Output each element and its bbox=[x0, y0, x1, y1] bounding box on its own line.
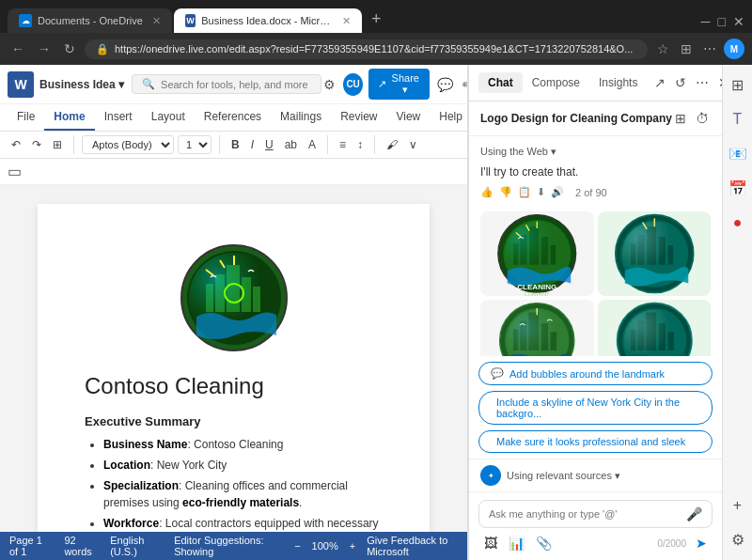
tab-home[interactable]: Home bbox=[44, 104, 94, 131]
tab-mailings[interactable]: Mailings bbox=[271, 104, 331, 131]
logo-cell-1: CLEANING COMPANY bbox=[480, 211, 594, 296]
svg-text:✦: ✦ bbox=[488, 472, 494, 480]
chat-sources-bar[interactable]: ✦ Using relevant sources ▾ bbox=[469, 459, 722, 491]
doc-title: Contoso Cleaning bbox=[85, 373, 383, 399]
share-chat-button[interactable]: ↗ bbox=[652, 73, 667, 92]
copilot-tab-chat[interactable]: Chat bbox=[478, 72, 523, 93]
toolbar-separator-1 bbox=[73, 135, 74, 154]
svg-point-16 bbox=[505, 222, 569, 286]
sidebar-settings-button[interactable]: ⚙ bbox=[728, 527, 748, 552]
undo-button[interactable]: ↶ bbox=[8, 136, 24, 153]
collections-button[interactable]: ⊞ bbox=[677, 39, 696, 59]
svg-text:CLEANING: CLEANING bbox=[517, 283, 556, 291]
font-color-button[interactable]: A bbox=[305, 136, 320, 153]
minimize-button[interactable]: ─ bbox=[701, 14, 711, 29]
font-size-selector[interactable]: 12 bbox=[178, 135, 212, 154]
new-tab-button[interactable]: + bbox=[364, 6, 389, 33]
exec-summary-bullets: Business Name: Contoso Cleaning Location… bbox=[103, 436, 383, 532]
format-painter-button[interactable]: 🖌 bbox=[383, 136, 401, 153]
history-button[interactable]: ⏱ bbox=[694, 109, 711, 128]
zoom-out[interactable]: − bbox=[294, 540, 300, 552]
language: English (U.S.) bbox=[110, 535, 163, 557]
copilot-small-icon: ✦ bbox=[480, 465, 501, 486]
attach-button[interactable]: 📎 bbox=[534, 534, 554, 552]
share-button[interactable]: ↗ Share ▾ bbox=[368, 69, 430, 100]
forward-button[interactable]: → bbox=[34, 39, 55, 58]
document-view-button[interactable]: ▭ bbox=[8, 163, 22, 180]
sidebar-teams-button[interactable]: T bbox=[729, 107, 746, 132]
redo-button[interactable]: ↷ bbox=[28, 136, 45, 153]
align-button[interactable]: ≡ bbox=[336, 136, 350, 153]
refresh-chat-button[interactable]: ↺ bbox=[673, 73, 688, 92]
image-attach-button[interactable]: 🖼 bbox=[482, 534, 499, 552]
pen-button[interactable]: ✏ bbox=[461, 75, 468, 94]
line-spacing-button[interactable]: ↕ bbox=[353, 136, 367, 153]
word-page: Contoso Cleaning Executive Summary Busin… bbox=[38, 204, 430, 532]
maximize-button[interactable]: □ bbox=[718, 14, 726, 29]
sidebar-outlook-button[interactable]: 📧 bbox=[725, 141, 751, 166]
underline-button[interactable]: U bbox=[261, 136, 277, 153]
tab-help[interactable]: Help bbox=[430, 104, 468, 131]
close-button[interactable]: ✕ bbox=[733, 14, 744, 29]
suggestion-2-button[interactable]: Include a skyline of New York City in th… bbox=[478, 391, 713, 425]
thumbs-down-btn[interactable]: 👎 bbox=[499, 186, 512, 198]
suggestion-1-button[interactable]: 💬 Add bubbles around the landmark bbox=[478, 362, 713, 385]
bullet-business-name: Business Name: Contoso Cleaning bbox=[103, 436, 383, 453]
chat-input[interactable] bbox=[489, 508, 681, 520]
using-web-indicator[interactable]: Using the Web ▾ bbox=[480, 146, 711, 158]
tab-layout[interactable]: Layout bbox=[142, 104, 195, 131]
address-bar[interactable]: 🔒 bbox=[85, 39, 648, 59]
sidebar-calendar-button[interactable]: 📅 bbox=[725, 176, 751, 201]
sources-label[interactable]: Using relevant sources ▾ bbox=[507, 470, 620, 482]
italic-button[interactable]: I bbox=[247, 136, 258, 153]
mic-icon[interactable]: 🎤 bbox=[686, 506, 702, 521]
sidebar-more-button[interactable]: + bbox=[729, 493, 745, 518]
word-toolbar: ↶ ↷ ⊞ Aptos (Body) 12 B I U ab A ≡ ↕ 🖌 ∨ bbox=[0, 132, 467, 159]
word-content[interactable]: Contoso Cleaning Executive Summary Busin… bbox=[0, 185, 467, 532]
tab-view[interactable]: View bbox=[386, 104, 430, 131]
chat-input-box[interactable]: 🎤 bbox=[478, 500, 713, 528]
send-button[interactable]: ➤ bbox=[694, 534, 709, 552]
expand-toolbar-button[interactable]: ∨ bbox=[405, 136, 421, 153]
copy-btn[interactable]: 📋 bbox=[518, 186, 531, 198]
word-tab[interactable]: W Business Idea.docx - Microsoft W... ✕ bbox=[174, 8, 362, 33]
download-btn[interactable]: ⬇ bbox=[537, 186, 545, 198]
sidebar-apps-button[interactable]: ⊞ bbox=[728, 72, 747, 98]
tab-insert[interactable]: Insert bbox=[95, 104, 142, 131]
clipboard-button[interactable]: ⊞ bbox=[49, 136, 66, 153]
star-button[interactable]: ☆ bbox=[653, 39, 673, 59]
onedrive-tab-close[interactable]: ✕ bbox=[152, 15, 161, 27]
more-options-button[interactable]: ⋯ bbox=[694, 73, 711, 92]
settings-icon-btn[interactable]: ⚙ bbox=[321, 75, 337, 94]
speak-btn[interactable]: 🔊 bbox=[551, 186, 564, 198]
grid-icon-button[interactable]: ⊞ bbox=[673, 109, 688, 128]
url-input[interactable] bbox=[115, 43, 636, 54]
suggestion-3-button[interactable]: Make sure it looks professional and slee… bbox=[478, 430, 713, 453]
tab-file[interactable]: File bbox=[8, 104, 44, 131]
chat-input-area: 🎤 🖼 📊 📎 0/2000 ➤ bbox=[469, 491, 722, 560]
back-button[interactable]: ← bbox=[8, 39, 28, 58]
word-tab-close[interactable]: ✕ bbox=[342, 15, 351, 27]
highlight-button[interactable]: ab bbox=[281, 136, 301, 153]
thumbs-up-btn[interactable]: 👍 bbox=[480, 186, 494, 198]
sidebar-red-button[interactable]: ● bbox=[729, 210, 746, 235]
bullet-location: Location: New York City bbox=[103, 457, 383, 474]
comment-button[interactable]: 💬 bbox=[435, 75, 455, 94]
copilot-tab-compose[interactable]: Compose bbox=[523, 72, 589, 93]
bold-button[interactable]: B bbox=[227, 136, 243, 153]
tab-references[interactable]: References bbox=[195, 104, 271, 131]
profile-button[interactable]: M bbox=[724, 39, 744, 59]
refresh-button[interactable]: ↻ bbox=[60, 39, 79, 58]
zoom-in[interactable]: + bbox=[350, 540, 355, 552]
word-doc-name[interactable]: Business Idea ▾ bbox=[39, 78, 124, 91]
onedrive-tab[interactable]: ☁ Documents - OneDrive ✕ bbox=[8, 8, 172, 33]
word-tab-label: Business Idea.docx - Microsoft W... bbox=[201, 15, 333, 26]
font-selector[interactable]: Aptos (Body) bbox=[82, 135, 174, 154]
word-search-box[interactable]: 🔍 bbox=[132, 74, 321, 94]
word-search-input[interactable] bbox=[161, 79, 311, 90]
tab-review[interactable]: Review bbox=[331, 104, 386, 131]
feedback-link[interactable]: Give Feedback to Microsoft bbox=[367, 535, 458, 557]
copilot-tab-insights[interactable]: Insights bbox=[589, 72, 647, 93]
chart-button[interactable]: 📊 bbox=[507, 534, 526, 552]
more-button[interactable]: ⋯ bbox=[699, 39, 720, 59]
